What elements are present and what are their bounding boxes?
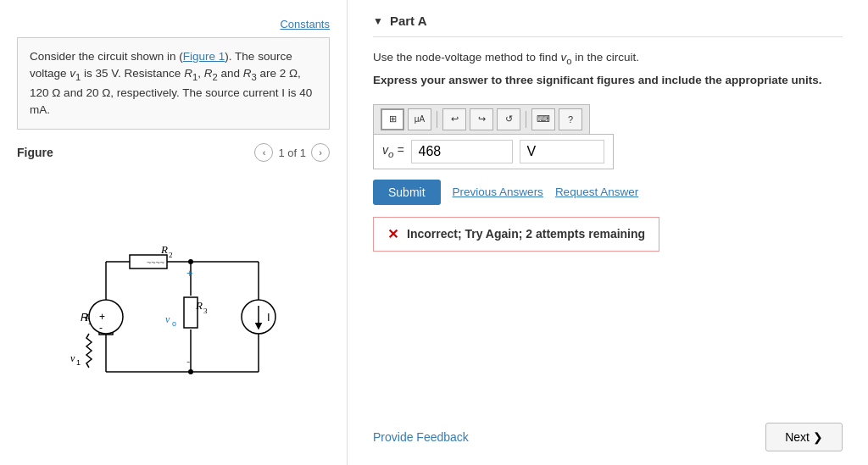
next-button[interactable]: Next ❯: [765, 423, 843, 451]
matrix-icon: ⊞: [389, 113, 397, 125]
answer-input-row: vo =: [373, 134, 614, 169]
svg-text:-: -: [186, 355, 190, 368]
svg-point-33: [188, 369, 193, 374]
request-answer-link[interactable]: Request Answer: [555, 185, 638, 198]
svg-text:v: v: [70, 352, 75, 364]
right-panel: ▼ Part A Use the node-voltage method to …: [348, 0, 868, 465]
figure1-link[interactable]: Figure 1: [183, 50, 225, 63]
error-x-icon: ✕: [387, 226, 398, 242]
svg-text:v: v: [165, 313, 170, 325]
submit-button[interactable]: Submit: [373, 180, 441, 205]
answer-toolbar: ⊞ μA ↩ ↪ ↺ ⌨ ?: [373, 104, 590, 134]
keyboard-icon: ⌨: [537, 113, 550, 125]
figure-nav: ‹ 1 of 1 ›: [254, 143, 330, 162]
error-text: Incorrect; Try Again; 2 attempts remaini…: [407, 227, 645, 241]
figure-next-btn[interactable]: ›: [311, 143, 330, 162]
figure-title: Figure: [17, 146, 53, 159]
constants-link[interactable]: Constants: [280, 18, 330, 30]
toolbar-reset-btn[interactable]: ↺: [497, 108, 520, 130]
toolbar-separator-2: [526, 111, 526, 128]
toolbar-redo-btn[interactable]: ↪: [470, 108, 493, 130]
svg-text:~~~~: ~~~~: [147, 258, 164, 267]
part-title: Part A: [390, 14, 427, 28]
figure-header: Figure ‹ 1 of 1 ›: [17, 143, 330, 162]
bottom-row: Provide Feedback Next ❯: [373, 411, 843, 451]
v0-sub: o: [388, 148, 393, 159]
figure-nav-label: 1 of 1: [278, 147, 306, 159]
reset-icon: ↺: [505, 113, 513, 125]
express-text: Express your answer to three significant…: [373, 73, 843, 89]
toolbar-keyboard-btn[interactable]: ⌨: [531, 108, 555, 130]
svg-text:3: 3: [203, 307, 208, 315]
svg-text:R: R: [195, 299, 203, 312]
circuit-svg: R 1 R 1 R 2 ~~~~ R 3 + - v: [55, 228, 292, 397]
svg-text:+: +: [99, 311, 105, 323]
toolbar-matrix-btn[interactable]: ⊞: [381, 108, 404, 130]
toolbar-separator-1: [437, 111, 437, 128]
error-box: ✕ Incorrect; Try Again; 2 attempts remai…: [373, 217, 659, 252]
submit-row: Submit Previous Answers Request Answer: [373, 180, 843, 205]
svg-text:R: R: [160, 243, 168, 256]
svg-text:-: -: [99, 322, 103, 334]
svg-text:1: 1: [76, 358, 81, 367]
answer-value-input[interactable]: [411, 140, 513, 163]
part-arrow-icon: ▼: [373, 15, 383, 27]
svg-text:I: I: [267, 311, 270, 324]
v0-label: vo =: [382, 143, 404, 159]
figure-prev-btn[interactable]: ‹: [254, 143, 273, 162]
previous-answers-link[interactable]: Previous Answers: [453, 185, 543, 198]
problem-text: Consider the circuit shown in (Figure 1)…: [17, 37, 330, 130]
svg-text:2: 2: [169, 251, 173, 259]
svg-text:+: +: [186, 267, 193, 280]
redo-icon: ↪: [478, 113, 486, 125]
svg-text:o: o: [172, 319, 176, 328]
part-header: ▼ Part A: [373, 14, 843, 37]
provide-feedback-link[interactable]: Provide Feedback: [373, 430, 469, 444]
v0-italic: v: [382, 143, 388, 157]
svg-point-20: [89, 300, 123, 334]
constants-link-container: Constants: [17, 17, 330, 30]
undo-icon: ↩: [451, 113, 459, 125]
toolbar-help-btn[interactable]: ?: [559, 108, 582, 130]
toolbar-units-btn[interactable]: μA: [408, 108, 431, 130]
svg-point-32: [188, 259, 193, 264]
equals-sign: =: [397, 143, 403, 157]
help-icon: ?: [568, 114, 573, 125]
circuit-diagram: R 1 R 1 R 2 ~~~~ R 3 + - v: [17, 169, 330, 457]
instruction-text: Use the node-voltage method to find vo i…: [373, 51, 843, 66]
next-label: Next: [785, 430, 810, 444]
left-panel: Constants Consider the circuit shown in …: [0, 0, 348, 465]
next-arrow-icon: ❯: [813, 430, 823, 444]
unit-input[interactable]: [520, 140, 604, 163]
mu-a-icon: μA: [415, 114, 425, 124]
toolbar-undo-btn[interactable]: ↩: [442, 108, 466, 130]
